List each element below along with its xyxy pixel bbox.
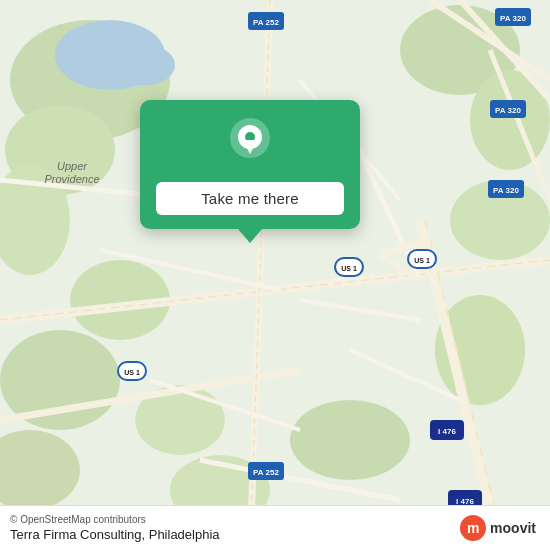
svg-text:PA 320: PA 320 bbox=[493, 186, 519, 195]
bottom-bar: © OpenStreetMap contributors Terra Firma… bbox=[0, 505, 550, 550]
take-me-there-button[interactable]: Take me there bbox=[156, 182, 344, 215]
svg-text:Upper: Upper bbox=[57, 160, 88, 172]
map-container: PA 252 PA 320 PA 320 PA 320 US 1 US 1 US… bbox=[0, 0, 550, 550]
svg-text:I 476: I 476 bbox=[438, 427, 456, 436]
svg-point-12 bbox=[290, 400, 410, 480]
moovit-logo: m moovit bbox=[460, 515, 536, 541]
svg-point-15 bbox=[115, 45, 175, 85]
location-label: Terra Firma Consulting, Philadelphia bbox=[10, 527, 220, 542]
svg-text:PA 320: PA 320 bbox=[495, 106, 521, 115]
svg-text:PA 252: PA 252 bbox=[253, 18, 279, 27]
svg-text:PA 252: PA 252 bbox=[253, 468, 279, 477]
osm-attribution: © OpenStreetMap contributors bbox=[10, 514, 220, 525]
svg-text:US 1: US 1 bbox=[124, 369, 140, 376]
popup-card[interactable]: Take me there bbox=[140, 100, 360, 229]
location-pin-icon bbox=[223, 118, 277, 172]
svg-text:PA 320: PA 320 bbox=[500, 14, 526, 23]
svg-text:US 1: US 1 bbox=[414, 257, 430, 264]
moovit-icon: m bbox=[460, 515, 486, 541]
moovit-brand-text: moovit bbox=[490, 520, 536, 536]
svg-text:US 1: US 1 bbox=[341, 265, 357, 272]
svg-text:Providence: Providence bbox=[44, 173, 99, 185]
map-background: PA 252 PA 320 PA 320 PA 320 US 1 US 1 US… bbox=[0, 0, 550, 550]
